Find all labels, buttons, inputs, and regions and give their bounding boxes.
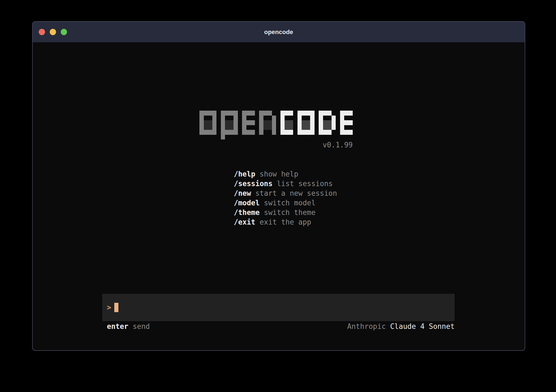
window-title: opencode (264, 29, 293, 36)
logo-pixel (302, 125, 306, 130)
window-controls (39, 29, 67, 35)
command-list: /helpshow help /sessionslist sessions /n… (199, 160, 337, 217)
window-titlebar: opencode (33, 22, 525, 42)
logo-pixel (344, 130, 349, 135)
logo-pixel (319, 120, 323, 125)
logo-pixel (225, 120, 229, 125)
logo-pixel (319, 125, 323, 130)
logo-pixel (285, 130, 289, 135)
logo-letter-e (242, 111, 255, 135)
minimize-button[interactable] (50, 29, 56, 35)
logo-pixel (204, 120, 208, 125)
model-indicator: AnthropicClaude 4 Sonnet (347, 322, 455, 331)
command-description: exit the app (260, 218, 311, 226)
logo-pixel (327, 130, 332, 135)
logo-pixel (306, 111, 310, 116)
logo-pixel (212, 130, 217, 135)
logo-pixel (280, 116, 285, 121)
logo-pixel (212, 111, 217, 116)
logo-letter-n (259, 111, 276, 135)
logo-pixel (233, 116, 238, 121)
logo-letter-c (280, 111, 293, 135)
logo-pixel (280, 111, 285, 116)
logo-pixel (319, 130, 323, 135)
command-name: /model (234, 199, 260, 207)
logo-pixel (229, 125, 234, 130)
model-name: Claude 4 Sonnet (390, 322, 455, 331)
logo-pixel (285, 125, 289, 130)
logo-pixel (340, 125, 344, 130)
logo-pixel (344, 120, 349, 125)
command-list-item: /helpshow help (199, 160, 337, 169)
logo-pixel (221, 120, 225, 125)
logo-pixel (251, 130, 255, 135)
status-bar: entersend AnthropicClaude 4 Sonnet (102, 322, 455, 331)
logo-pixel (302, 111, 306, 116)
logo-pixel (340, 116, 344, 121)
logo-letter-o (199, 111, 216, 135)
logo-pixel (310, 130, 315, 135)
logo-pixel (310, 120, 315, 125)
logo-pixel (280, 130, 285, 135)
logo-pixel (332, 120, 336, 125)
logo-pixel (242, 125, 246, 130)
logo-pixel (327, 111, 332, 116)
command-name: /theme (234, 208, 260, 217)
close-button[interactable] (39, 29, 45, 35)
logo-pixel (221, 116, 225, 121)
logo-pixel (221, 130, 225, 135)
logo-pixel (251, 120, 255, 125)
logo-pixel (349, 130, 353, 135)
keyboard-hint: entersend (107, 322, 150, 331)
command-description: list sessions (277, 180, 333, 188)
text-cursor (114, 303, 118, 312)
app-window: opencode v0.1.99 /helpshow help /session… (32, 21, 525, 351)
logo-pixel (225, 130, 229, 135)
logo-pixel (259, 120, 263, 125)
logo-pixel (340, 130, 344, 135)
command-description: show help (260, 170, 298, 178)
logo-pixel (298, 125, 302, 130)
logo-pixel (246, 130, 251, 135)
logo-pixel (208, 125, 212, 130)
command-name: /help (234, 170, 255, 178)
hint-action: send (133, 322, 150, 331)
logo-pixel (204, 125, 208, 130)
model-provider: Anthropic (347, 322, 386, 331)
logo-pixel (298, 120, 302, 125)
logo-pixel (289, 120, 293, 125)
logo-pixel (246, 120, 251, 125)
logo-pixel (272, 130, 276, 135)
logo-pixel (306, 130, 310, 135)
command-description: switch model (264, 199, 316, 207)
opencode-logo (199, 111, 357, 139)
logo-pixel (310, 125, 315, 130)
logo-pixel (208, 111, 212, 116)
logo-pixel (199, 116, 204, 121)
desktop-background: opencode v0.1.99 /helpshow help /session… (0, 0, 556, 392)
logo-pixel (242, 120, 246, 125)
logo-pixel (204, 111, 208, 116)
message-input[interactable]: > (102, 294, 455, 321)
logo-pixel (323, 130, 327, 135)
logo-pixel (298, 130, 302, 135)
logo-pixel (242, 111, 246, 116)
hint-key: enter (107, 322, 128, 331)
logo-pixel (289, 111, 293, 116)
logo-pixel (263, 125, 268, 130)
logo-letter-o (298, 111, 315, 135)
logo-pixel (229, 120, 234, 125)
logo-pixel (349, 111, 353, 116)
logo-pixel (212, 116, 217, 121)
logo-pixel (306, 120, 310, 125)
logo-pixel (327, 125, 332, 130)
logo-pixel (259, 116, 263, 121)
logo-pixel (327, 120, 332, 125)
logo-pixel (323, 111, 327, 116)
logo-pixel (323, 120, 327, 125)
logo-pixel (242, 116, 246, 121)
logo-pixel (272, 125, 276, 130)
logo-pixel (344, 111, 349, 116)
logo-pixel (323, 125, 327, 130)
zoom-button[interactable] (61, 29, 67, 35)
